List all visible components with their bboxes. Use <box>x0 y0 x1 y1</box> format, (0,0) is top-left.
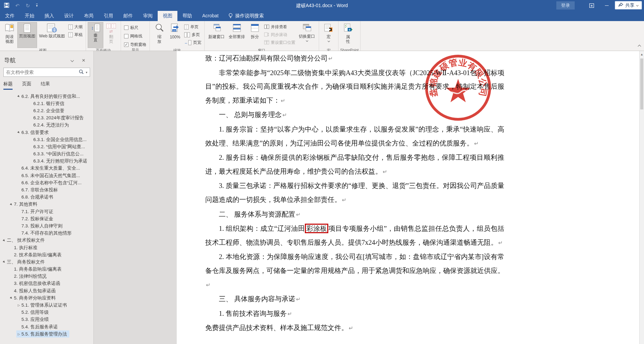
nav-heading-item[interactable]: 1. 执行标准 <box>0 244 93 251</box>
view-side-by-side-button[interactable]: 并排查看 <box>264 24 295 30</box>
search-options-caret-icon[interactable]: ▾ <box>86 71 87 74</box>
nav-tab-results[interactable]: 结果 <box>41 81 50 90</box>
nav-heading-item[interactable]: 6.2.4. 无违法行为 <box>0 122 93 129</box>
nav-pane-options-icon[interactable] <box>66 59 78 62</box>
document-paragraph[interactable]: 免费提供产品技术资料、样本及施工规范文件。↵ <box>205 321 504 336</box>
sign-in-button[interactable]: 登录 <box>556 1 575 10</box>
nav-heading-item[interactable]: 6.3.1. 全国企业信用信息... <box>0 136 93 143</box>
expand-triangle-icon[interactable]: ▶ <box>1 238 7 243</box>
share-button[interactable]: 共享 <box>615 1 642 10</box>
nav-heading-item[interactable]: 5.2. 信用等级 <box>0 309 93 316</box>
outline-view-button[interactable]: 大纲 <box>68 24 83 30</box>
expand-triangle-icon[interactable]: ▶ <box>1 259 7 265</box>
collapse-triangle-icon[interactable]: ▷ <box>16 332 21 336</box>
synchronous-scrolling-button[interactable]: 同步滚动 <box>264 32 295 38</box>
nav-heading-item[interactable]: 2. 法律纠纷情况 <box>0 273 93 280</box>
nav-heading-item[interactable]: 3. 机密信息接收承诺函 <box>0 280 93 287</box>
nav-heading-item[interactable]: 6.3.2. “信用中国”网站查... <box>0 143 93 150</box>
tab-home[interactable]: 开始 <box>20 11 39 21</box>
document-paragraph[interactable]: 3. 质量三包承诺：严格履行招标文件要求的“修理、更换、退货”三包责任。对因我公… <box>205 179 504 207</box>
nav-heading-item[interactable]: 6.7. 非联合体投标 <box>0 186 93 193</box>
nav-heading-item[interactable]: 7.2. 投标保证金 <box>0 215 93 222</box>
tab-design[interactable]: 设计 <box>59 11 79 21</box>
tab-help[interactable]: 帮助 <box>177 11 197 21</box>
scrollbar-thumb[interactable] <box>640 58 643 109</box>
vertical-button[interactable]: ↕ 垂直 <box>88 22 103 48</box>
nav-heading-item[interactable]: ▶三、 商务投标文件 <box>0 258 93 265</box>
document-paragraph[interactable]: 1. 售前技术咨询与服务↵ <box>205 307 504 321</box>
expand-triangle-icon[interactable]: ▶ <box>8 295 14 301</box>
vertical-scrollbar[interactable]: ▲ <box>639 51 644 344</box>
nav-heading-item[interactable]: ▶7. 其他资料 <box>0 201 93 208</box>
document-paragraph[interactable]: 2. 本地化资源：为保障服务响应速度，我公司在[填写城市，如：盘锦市或辽宁省内某… <box>205 250 504 292</box>
nav-heading-item[interactable]: ▷5.1. 管理体系认证证书 <box>0 302 93 309</box>
tab-insert[interactable]: 插入 <box>39 11 59 21</box>
print-layout-button[interactable]: 页面视图 <box>17 22 37 48</box>
undo-icon[interactable]: ↶ <box>15 3 20 8</box>
document-paragraph[interactable]: 致：辽河石油勘探局有限公司物资分公司↵ <box>205 51 504 66</box>
properties-button[interactable]: S 属性 <box>340 22 356 48</box>
collapse-ribbon-icon[interactable] <box>638 43 641 49</box>
tab-acrobat[interactable]: Acrobat <box>197 11 224 21</box>
document-paragraph[interactable]: 1. 服务宗旨：坚持“以客户为中心，以质量求生存，以服务促发展”的理念，秉承“快… <box>205 122 504 151</box>
nav-heading-item[interactable]: ▶5. 商务评分响应资料 <box>0 294 93 302</box>
scroll-up-icon[interactable]: ▲ <box>640 51 644 56</box>
nav-heading-item[interactable]: 6.5. 未中国石油天然气集团... <box>0 172 93 179</box>
nav-pane-close-icon[interactable]: × <box>78 57 89 64</box>
nav-heading-item[interactable]: ▶6.2. 具有良好的银行资信和... <box>0 93 93 100</box>
arrange-all-button[interactable]: 全部重排 <box>227 22 247 48</box>
draft-view-button[interactable]: 草稿 <box>68 32 83 38</box>
minimize-button[interactable] <box>599 0 614 11</box>
multiple-pages-button[interactable]: 多页 <box>184 32 201 38</box>
document-paragraph[interactable]: 1. 组织架构：成立“辽河油田彩涂板项目专项服务小组”，由销售总监担任总负责人，… <box>205 222 504 250</box>
document-text[interactable]: 致：辽河石油勘探局有限公司物资分公司↵非常荣幸能参与“2025年二级物资集中采购… <box>205 51 504 336</box>
zoom-100-button[interactable]: 100 100% <box>167 22 183 48</box>
search-icon[interactable] <box>79 69 84 75</box>
tab-view[interactable]: 视图 <box>158 11 177 21</box>
one-page-button[interactable]: 单页 <box>184 24 201 30</box>
customize-qat-icon[interactable]: ▾ <box>36 4 38 7</box>
nav-tab-pages[interactable]: 页面 <box>22 81 31 90</box>
nav-heading-item[interactable]: 7.1. 开户许可证 <box>0 208 93 215</box>
split-button[interactable]: 拆分 <box>247 22 263 48</box>
nav-heading-item[interactable]: 6.3.4. 无行贿犯罪行为承诺 <box>0 158 93 165</box>
tab-review[interactable]: 审阅 <box>138 11 158 21</box>
nav-heading-item[interactable]: ▶二、 技术投标文件 <box>0 237 93 244</box>
nav-heading-item[interactable]: 6.2.1. 银行资信 <box>0 100 93 107</box>
collapse-triangle-icon[interactable]: ▷ <box>16 304 21 307</box>
ruler-checkbox[interactable]: 标尺 <box>124 25 146 31</box>
zoom-button[interactable]: 缩放 <box>152 22 167 48</box>
document-paragraph[interactable]: 2. 服务目标：确保所提供的彩涂钢板产品零缺陷交付，售后服务零抱怨，保障工程项目… <box>205 151 504 179</box>
nav-heading-item[interactable]: ▶6.3. 信誉要求 <box>0 129 93 136</box>
nav-heading-item[interactable]: 7.4. 不得存在的其他情形 <box>0 230 93 237</box>
expand-triangle-icon[interactable]: ▶ <box>16 93 22 99</box>
expand-triangle-icon[interactable]: ▶ <box>16 130 22 135</box>
nav-heading-item[interactable]: 6.3.3. “中国执行信息公... <box>0 151 93 158</box>
reset-window-position-button[interactable]: 重设窗口位置 <box>264 40 295 46</box>
page-width-button[interactable]: ↔ 页宽 <box>184 40 201 46</box>
nav-heading-item[interactable]: 6.6. 企业名称中不包含“辽河... <box>0 179 93 186</box>
nav-heading-item[interactable]: ▷5.5. 售后服务管理办法 <box>0 330 93 338</box>
tell-me-search[interactable]: 操作说明搜索 <box>224 11 268 21</box>
nav-heading-item[interactable]: 4. 投标人告知承诺函 <box>0 287 93 294</box>
tab-layout[interactable]: 布局 <box>79 11 99 21</box>
nav-heading-item[interactable]: 1. 商务条款响应/偏离表 <box>0 266 93 273</box>
nav-heading-item[interactable]: 6.4. 未发生重大质量、安全... <box>0 165 93 172</box>
ribbon-display-options-icon[interactable] <box>584 0 599 11</box>
tab-mailings[interactable]: 邮件 <box>118 11 138 21</box>
nav-heading-item[interactable]: 6.8. 合规承诺书 <box>0 194 93 201</box>
document-page[interactable]: 致：辽河石油勘探局有限公司物资分公司↵非常荣幸能参与“2025年二级物资集中采购… <box>177 51 640 344</box>
expand-triangle-icon[interactable]: ▶ <box>8 202 14 207</box>
document-paragraph[interactable]: 二、 服务体系与资源配置↵ <box>205 207 504 222</box>
document-paragraph[interactable]: 一、 总则与服务理念↵ <box>205 108 504 122</box>
nav-heading-item[interactable]: 2. 技术条款响应/偏离表 <box>0 251 93 258</box>
side-to-side-button[interactable]: ⇄ 翻页 <box>103 22 119 48</box>
redo-icon[interactable]: ↻ <box>26 3 30 8</box>
nav-heading-item[interactable]: 5.4. 售后服务承诺 <box>0 323 93 330</box>
gridlines-checkbox[interactable]: 网格线 <box>124 33 146 39</box>
new-window-button[interactable]: 新建窗口 <box>206 22 227 48</box>
document-search-input[interactable]: 在文档中搜索 ▾ <box>3 68 90 77</box>
nav-heading-item[interactable]: 7.3. 投标人自律守则 <box>0 222 93 229</box>
web-layout-button[interactable]: Web 版式视图 <box>37 22 67 48</box>
switch-windows-button[interactable]: 切换窗口 <box>297 22 317 48</box>
